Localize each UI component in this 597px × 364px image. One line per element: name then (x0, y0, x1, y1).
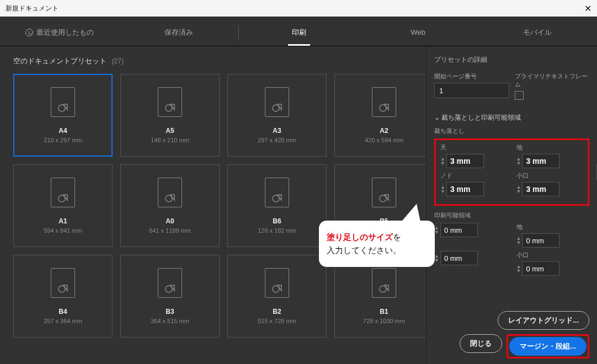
preset-name: B6 (273, 217, 281, 225)
close-icon[interactable]: ✕ (584, 3, 591, 14)
tab-recent-label: 最近使用したもの (36, 28, 94, 38)
slug-outside-label: 小口 (516, 251, 590, 259)
stepper-arrows[interactable]: ▲▼ (516, 157, 521, 165)
preset-name: A3 (273, 127, 281, 135)
preset-card[interactable]: A5148 x 210 mm (120, 74, 220, 157)
bleed-outside-label: 小口 (516, 172, 584, 180)
bleed-inside-stepper[interactable]: ▲▼ 3 mm (440, 182, 508, 196)
tab-print[interactable]: 印刷 (239, 19, 358, 46)
unlink-values-icon[interactable] (595, 220, 597, 236)
bleed-outside-stepper[interactable]: ▲▼ 3 mm (516, 182, 584, 196)
details-panel: プリセットの詳細 開始ページ番号 1 プライマリテキストフレーム 裁ち落としと印… (426, 46, 597, 364)
preset-size: 594 x 841 mm (44, 227, 82, 234)
preset-card[interactable]: B6128 x 182 mm (227, 164, 327, 247)
window-title: 新規ドキュメント (6, 4, 58, 13)
stepper-arrows[interactable]: ▲▼ (516, 236, 521, 245)
bleed-slug-section-toggle[interactable]: 裁ち落としと印刷可能領域 (434, 113, 589, 122)
annotation-callout: 塗り足しのサイズを 入力してください。 (319, 221, 435, 267)
preset-card[interactable]: A3297 x 420 mm (227, 74, 327, 157)
slug-outside-stepper[interactable]: ▲▼ 0 mm (516, 261, 590, 276)
bleed-label: 裁ち落とし (434, 127, 589, 135)
tab-web[interactable]: Web (359, 19, 478, 46)
preset-name: B4 (58, 308, 67, 315)
bleed-top-stepper[interactable]: ▲▼ 3 mm (440, 154, 508, 168)
slug-outside-value[interactable]: 0 mm (522, 261, 559, 276)
tab-recent[interactable]: 最近使用したもの (0, 19, 119, 46)
preset-size: 257 x 364 mm (44, 318, 82, 324)
bleed-inside-label: ノド (440, 172, 508, 180)
margin-columns-button[interactable]: マージン・段組... (509, 337, 587, 356)
preset-card[interactable]: B1728 x 1030 mm (334, 255, 426, 338)
close-button[interactable]: 閉じる (460, 334, 502, 353)
tab-saved-label: 保存済み (164, 28, 193, 38)
details-title: プリセットの詳細 (434, 55, 589, 65)
bleed-top-label: 天 (440, 143, 508, 152)
preset-size: 420 x 594 mm (365, 137, 403, 143)
preset-heading: 空のドキュメントプリセット (27) (13, 56, 420, 66)
slug-label: 印刷可能領域 (434, 211, 589, 220)
tab-print-label: 印刷 (292, 28, 306, 38)
tab-mobile[interactable]: モバイル (478, 19, 597, 46)
bleed-bottom-value[interactable]: 3 mm (522, 154, 559, 168)
slug-bottom-label: 地 (516, 223, 590, 231)
bleed-bottom-stepper[interactable]: ▲▼ 3 mm (516, 154, 584, 168)
slug-inside-stepper[interactable]: ▲▼ 0 mm (434, 251, 508, 265)
preset-size: 297 x 420 mm (258, 137, 296, 143)
preset-name: A5 (166, 127, 174, 135)
preset-card[interactable]: B2515 x 728 mm (227, 255, 327, 338)
preset-size: 210 x 297 mm (44, 137, 82, 143)
slug-bottom-stepper[interactable]: ▲▼ 0 mm (516, 233, 590, 248)
page-icon (265, 178, 289, 207)
page-icon (265, 87, 289, 117)
tab-mobile-label: モバイル (523, 28, 552, 38)
stepper-arrows[interactable]: ▲▼ (516, 264, 521, 273)
margin-button-highlight: マージン・段組... (507, 334, 589, 358)
slug-inside-value[interactable]: 0 mm (440, 251, 478, 265)
bleed-outside-value[interactable]: 3 mm (522, 182, 559, 196)
preset-name: A2 (380, 127, 388, 135)
bleed-top-value[interactable]: 3 mm (446, 154, 484, 168)
page-icon (158, 178, 182, 207)
start-page-label: 開始ページ番号 (434, 72, 509, 81)
slug-bottom-value[interactable]: 0 mm (522, 233, 559, 248)
stepper-arrows[interactable]: ▲▼ (440, 157, 445, 165)
page-icon (51, 87, 75, 117)
preset-card[interactable]: A1594 x 841 mm (13, 164, 113, 247)
preset-name: B1 (380, 308, 388, 315)
preset-card[interactable]: B3364 x 515 mm (120, 255, 220, 338)
tab-web-label: Web (411, 28, 425, 36)
preset-size: 841 x 1189 mm (149, 227, 191, 234)
preset-size: 148 x 210 mm (151, 137, 189, 143)
preset-name: A1 (58, 217, 67, 225)
slug-top-value[interactable]: 0 mm (440, 223, 478, 237)
primary-text-checkbox[interactable] (515, 91, 524, 100)
preset-card[interactable]: A2420 x 594 mm (334, 74, 426, 157)
tab-saved[interactable]: 保存済み (119, 19, 238, 46)
preset-heading-text: 空のドキュメントプリセット (13, 57, 106, 65)
stepper-arrows[interactable]: ▲▼ (516, 185, 521, 194)
primary-text-label: プライマリテキストフレーム (515, 72, 590, 89)
layout-grid-button[interactable]: レイアウトグリッド... (498, 311, 589, 330)
page-icon (372, 178, 396, 207)
titlebar: 新規ドキュメント ✕ (0, 0, 597, 17)
stepper-arrows[interactable]: ▲▼ (434, 226, 439, 234)
preset-size: 364 x 515 mm (151, 318, 189, 324)
start-page-input[interactable]: 1 (434, 83, 509, 98)
stepper-arrows[interactable]: ▲▼ (440, 185, 445, 194)
preset-name: B3 (166, 308, 174, 315)
preset-card[interactable]: A0841 x 1189 mm (120, 164, 220, 247)
clock-icon (25, 29, 33, 36)
preset-card[interactable]: A4210 x 297 mm (13, 74, 113, 157)
preset-name: A4 (58, 127, 67, 135)
slug-top-stepper[interactable]: ▲▼ 0 mm (434, 223, 508, 237)
preset-card[interactable]: B4257 x 364 mm (13, 255, 113, 338)
preset-name: B2 (273, 308, 281, 315)
category-tabs: 最近使用したもの 保存済み 印刷 Web モバイル (0, 19, 597, 46)
callout-highlight: 塗り足しのサイズ (327, 232, 393, 242)
stepper-arrows[interactable]: ▲▼ (434, 254, 439, 263)
page-icon (265, 268, 289, 298)
preset-panel: 空のドキュメントプリセット (27) A4210 x 297 mmA5148 x… (0, 46, 426, 364)
bleed-inside-value[interactable]: 3 mm (446, 182, 484, 196)
preset-name: A0 (166, 217, 174, 225)
preset-size: 128 x 182 mm (258, 227, 296, 234)
